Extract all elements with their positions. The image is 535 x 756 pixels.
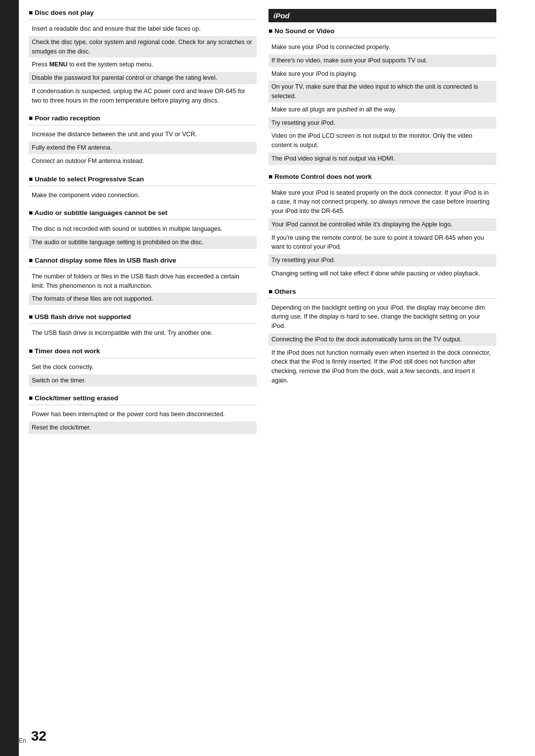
- section-divider-poor-radio-reception: [29, 125, 257, 125]
- item-row: Increase the distance between the unit a…: [29, 128, 257, 141]
- section-heading-audio-or-subtitle: Audio or subtitle languages cannot be se…: [29, 209, 257, 216]
- ipod-header: iPod: [268, 9, 496, 22]
- page-footer: En 32: [19, 728, 47, 744]
- section-divider-cannot-display-files: [29, 267, 257, 268]
- item-row: The audio or subtitle language setting i…: [29, 236, 257, 249]
- item-row: The formats of these files are not suppo…: [29, 293, 257, 305]
- section-heading-others: Others: [268, 288, 496, 295]
- item-row: Set the clock correctly.: [29, 361, 257, 374]
- item-row: Check the disc type, color system and re…: [29, 36, 257, 58]
- item-row: The number of folders or files in the US…: [29, 270, 257, 292]
- footer-page: 32: [31, 728, 47, 744]
- item-row: Make sure your iPod is playing.: [268, 68, 496, 80]
- section-divider-timer-does-not-work: [29, 358, 257, 358]
- item-row: Fully extend the FM antenna.: [29, 142, 257, 154]
- item-row: Insert a readable disc and ensure that t…: [29, 23, 257, 35]
- item-row: Connect an outdoor FM antenna instead.: [29, 155, 257, 167]
- section-heading-clock-timer-setting-erased: Clock/timer setting erased: [29, 394, 257, 402]
- item-row: If condensation is suspected, unplug the…: [29, 85, 257, 107]
- item-row: Make the component video connection.: [29, 189, 257, 202]
- section-heading-timer-does-not-work: Timer does not work: [29, 347, 257, 355]
- item-row: The disc is not recorded with sound or s…: [29, 223, 257, 235]
- item-row: The USB flash drive is incompatible with…: [29, 327, 257, 339]
- item-row: The iPod video signal is not output via …: [268, 153, 496, 165]
- page-container: Disc does not playInsert a readable disc…: [0, 0, 535, 756]
- section-divider-audio-or-subtitle: [29, 219, 257, 220]
- section-heading-no-sound-or-video: No Sound or Video: [268, 27, 496, 35]
- item-row: Switch on the timer.: [29, 375, 257, 387]
- item-row: If the iPod does not function normally e…: [268, 347, 496, 387]
- section-divider-usb-flash-drive-not-supported: [29, 324, 257, 324]
- item-row: If there's no video, make sure your iPod…: [268, 54, 496, 67]
- item-row: Press MENU to exit the system setup menu…: [29, 58, 257, 71]
- item-row: Changing setting will not take effect if…: [268, 268, 496, 280]
- section-heading-disc-does-not-play: Disc does not play: [29, 9, 257, 16]
- section-heading-unable-to-select-progressive-scan: Unable to select Progressive Scan: [29, 175, 257, 183]
- section-divider-clock-timer-setting-erased: [29, 405, 257, 405]
- item-row: Your iPod cannot be controlled while it'…: [268, 218, 496, 231]
- item-row: Try resetting your iPod.: [268, 254, 496, 267]
- section-divider-no-sound-or-video: [268, 38, 496, 38]
- section-heading-usb-flash-drive-not-supported: USB flash drive not supported: [29, 313, 257, 321]
- item-row: Video on the iPod LCD screen is not outp…: [268, 130, 496, 152]
- section-divider-disc-does-not-play: [29, 19, 257, 20]
- item-row: Try resetting your iPod.: [268, 117, 496, 129]
- item-row: Disable the password for parental contro…: [29, 72, 257, 84]
- content-area: Disc does not playInsert a readable disc…: [19, 0, 535, 756]
- item-row: Reset the clock/timer.: [29, 422, 257, 434]
- item-row: Make sure your iPod is seated properly o…: [268, 187, 496, 217]
- section-heading-cannot-display-files: Cannot display some files in USB flash d…: [29, 257, 257, 264]
- left-column: Disc does not playInsert a readable disc…: [29, 9, 257, 716]
- section-divider-unable-to-select-progressive-scan: [29, 186, 257, 186]
- item-row: Connecting the iPod to the dock automati…: [268, 333, 496, 346]
- item-row: On your TV, make sure that the video inp…: [268, 81, 496, 103]
- item-row: Make sure your iPod is connected properl…: [268, 41, 496, 54]
- item-row: If you're using the remote control, be s…: [268, 232, 496, 254]
- left-sidebar: [0, 0, 19, 756]
- right-column: iPodNo Sound or VideoMake sure your iPod…: [268, 9, 496, 716]
- item-row: Depending on the backlight setting on yo…: [268, 302, 496, 332]
- item-row: Power has been interrupted or the power …: [29, 408, 257, 421]
- footer-lang: En: [19, 737, 26, 744]
- item-row: Make sure all plugs are pushed in all th…: [268, 104, 496, 116]
- section-heading-poor-radio-reception: Poor radio reception: [29, 114, 257, 122]
- section-heading-remote-control-does-not-work: Remote Control does not work: [268, 173, 496, 180]
- section-divider-others: [268, 298, 496, 299]
- section-divider-remote-control-does-not-work: [268, 183, 496, 184]
